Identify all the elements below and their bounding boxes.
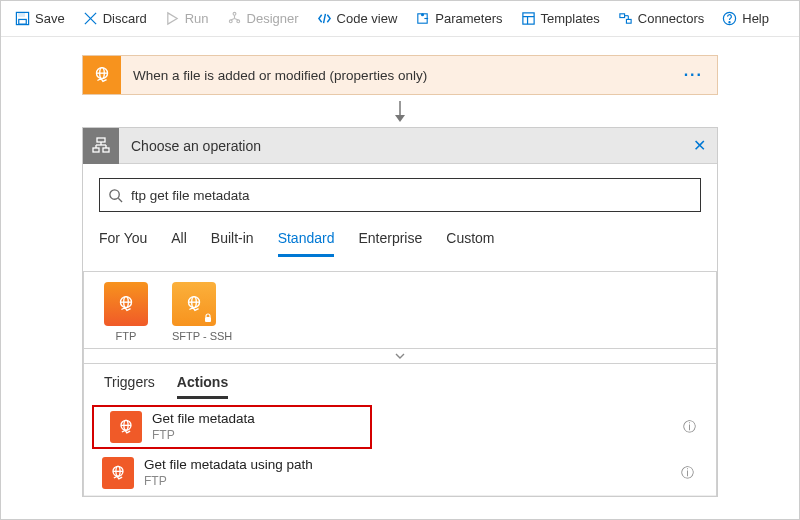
help-button[interactable]: Help: [714, 7, 777, 30]
designer-canvas: When a file is added or modified (proper…: [1, 37, 799, 497]
action-title: Get file metadata using path: [144, 457, 681, 474]
templates-icon: [521, 11, 536, 26]
svg-point-14: [422, 14, 424, 16]
svg-rect-19: [620, 14, 625, 18]
category-tab-standard[interactable]: Standard: [278, 230, 335, 257]
svg-rect-31: [93, 148, 99, 152]
trigger-action-tabs: TriggersActions: [84, 364, 716, 399]
panel-body: For YouAllBuilt-inStandardEnterpriseCust…: [83, 164, 717, 496]
help-icon: [722, 11, 737, 26]
operation-panel: Choose an operation ✕ For YouAllBuilt-in…: [82, 127, 718, 497]
category-tab-built-in[interactable]: Built-in: [211, 230, 254, 257]
info-icon[interactable]: ⓘ: [681, 464, 698, 482]
panel-header: Choose an operation ✕: [83, 128, 717, 164]
templates-button[interactable]: Templates: [513, 7, 608, 30]
svg-rect-32: [103, 148, 109, 152]
parameters-label: Parameters: [435, 11, 502, 26]
category-tabs: For YouAllBuilt-inStandardEnterpriseCust…: [99, 230, 701, 257]
save-icon: [15, 11, 30, 26]
trigger-title: When a file is added or modified (proper…: [121, 68, 670, 83]
run-label: Run: [185, 11, 209, 26]
action-ftp-icon: [110, 411, 142, 443]
search-icon: [108, 188, 123, 203]
parameters-icon: [415, 11, 430, 26]
chevron-down-icon: [394, 352, 406, 360]
panel-title: Choose an operation: [119, 138, 681, 154]
svg-line-10: [230, 19, 234, 20]
search-box[interactable]: [99, 178, 701, 212]
category-tab-custom[interactable]: Custom: [446, 230, 494, 257]
code-icon: [317, 11, 332, 26]
connector-icon: [172, 282, 216, 326]
action-ftp-icon: [102, 457, 134, 489]
svg-rect-1: [19, 12, 25, 16]
action-subtitle: FTP: [144, 474, 681, 489]
code-view-button[interactable]: Code view: [309, 7, 406, 30]
toolbar: Save Discard Run Designer Code view Para…: [1, 1, 799, 37]
info-icon[interactable]: ⓘ: [683, 418, 716, 436]
svg-rect-20: [626, 19, 631, 23]
globe-icon: [91, 64, 113, 86]
discard-icon: [83, 11, 98, 26]
connectors-label: Connectors: [638, 11, 704, 26]
panel-close-button[interactable]: ✕: [681, 136, 717, 155]
designer-button[interactable]: Designer: [219, 7, 307, 30]
svg-point-8: [229, 20, 232, 23]
operation-icon: [92, 137, 110, 155]
save-button[interactable]: Save: [7, 7, 73, 30]
svg-rect-30: [97, 138, 105, 142]
action-title: Get file metadata: [152, 411, 354, 428]
category-tab-enterprise[interactable]: Enterprise: [358, 230, 422, 257]
discard-label: Discard: [103, 11, 147, 26]
connectors-expander[interactable]: [84, 348, 716, 364]
panel-header-icon: [83, 128, 119, 164]
ta-tab-actions[interactable]: Actions: [177, 374, 228, 399]
svg-point-9: [236, 20, 239, 23]
category-tab-all[interactable]: All: [171, 230, 187, 257]
save-label: Save: [35, 11, 65, 26]
svg-rect-2: [19, 19, 27, 24]
trigger-card[interactable]: When a file is added or modified (proper…: [82, 55, 718, 95]
connector-label: FTP: [104, 330, 148, 342]
connectors-button[interactable]: Connectors: [610, 7, 712, 30]
discard-button[interactable]: Discard: [75, 7, 155, 30]
connectors-section: FTPSFTP - SSH TriggersActions Get file m…: [83, 271, 717, 496]
action-row[interactable]: Get file metadataFTP: [92, 405, 372, 449]
connector-icon: [104, 282, 148, 326]
connector-ftp[interactable]: FTP: [104, 282, 148, 342]
svg-point-6: [233, 12, 236, 15]
svg-point-37: [110, 189, 119, 198]
templates-label: Templates: [541, 11, 600, 26]
svg-rect-16: [522, 13, 533, 24]
trigger-menu-button[interactable]: ···: [670, 66, 717, 84]
designer-label: Designer: [247, 11, 299, 26]
svg-line-38: [118, 198, 122, 202]
action-row[interactable]: Get file metadata using pathFTPⓘ: [84, 451, 716, 496]
category-tab-for-you[interactable]: For You: [99, 230, 147, 257]
code-view-label: Code view: [337, 11, 398, 26]
svg-marker-5: [168, 13, 177, 24]
run-button[interactable]: Run: [157, 7, 217, 30]
flow-arrow-icon: [390, 101, 410, 123]
ta-tab-triggers[interactable]: Triggers: [104, 374, 155, 399]
trigger-ftp-icon: [83, 56, 121, 94]
help-label: Help: [742, 11, 769, 26]
action-list: Get file metadataFTPⓘGet file metadata u…: [84, 399, 716, 496]
svg-rect-45: [205, 317, 211, 322]
connector-label: SFTP - SSH: [172, 330, 232, 342]
action-subtitle: FTP: [152, 428, 354, 443]
parameters-button[interactable]: Parameters: [407, 7, 510, 30]
svg-marker-29: [395, 115, 405, 122]
run-icon: [165, 11, 180, 26]
svg-point-24: [729, 22, 730, 23]
search-input[interactable]: [123, 188, 692, 203]
connectors-icon: [618, 11, 633, 26]
designer-icon: [227, 11, 242, 26]
svg-line-12: [323, 14, 325, 23]
connector-sftp-ssh[interactable]: SFTP - SSH: [172, 282, 232, 342]
svg-line-11: [234, 19, 238, 20]
